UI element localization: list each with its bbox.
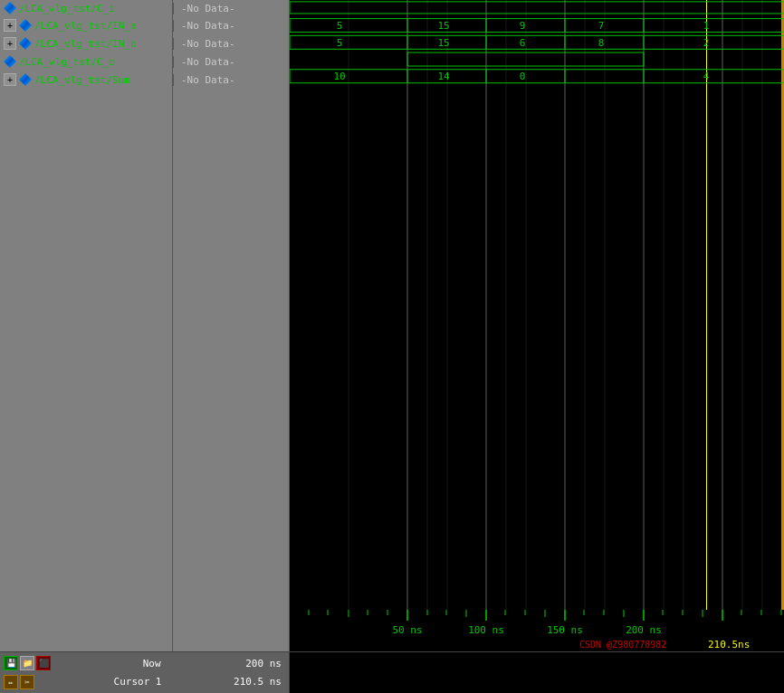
svg-rect-22 [290, 19, 784, 33]
signal-icon-inb [19, 37, 32, 50]
svg-text:10: 10 [333, 71, 345, 82]
signal-row-sum: + /LCA_vlg_tst/Sum [0, 71, 172, 89]
signal-name-inb: + /LCA_vlg_tst/IN_b [0, 37, 172, 50]
svg-text:2: 2 [703, 37, 710, 49]
icon-cursor1[interactable]: ✏ [4, 675, 18, 689]
waveform-svg: 5 15 9 7 1 5 15 6 8 2 [290, 0, 784, 610]
svg-text:100 ns: 100 ns [468, 624, 504, 636]
svg-text:9: 9 [520, 20, 526, 32]
status-bar: 💾 📁 ⬛ Now 200 ns ✏ ✂ Cursor 1 210.5 ns [0, 651, 784, 693]
signal-icon-co [4, 55, 16, 68]
waveform-canvas[interactable]: 5 15 9 7 1 5 15 6 8 2 [290, 0, 784, 610]
timeline-area: 50 ns 100 ns 150 ns 200 ns 210.5ns CSDN … [290, 610, 784, 651]
expand-btn-sum[interactable]: + [4, 73, 16, 86]
svg-text:14: 14 [437, 71, 449, 82]
icon-folder[interactable]: 📁 [20, 656, 34, 670]
svg-rect-43 [290, 70, 784, 83]
value-row-inb: -No Data- [173, 34, 289, 52]
svg-rect-42 [407, 52, 644, 66]
status-right-empty [290, 652, 784, 693]
signal-label-co: /LCA_vlg_tst/C_o [19, 56, 115, 68]
svg-text:CSDN @Z980778982: CSDN @Z980778982 [579, 640, 666, 650]
expand-btn-inb[interactable]: + [4, 37, 16, 50]
waveform-area: 5 15 9 7 1 5 15 6 8 2 [290, 0, 784, 651]
signal-label-inb: /LCA_vlg_tst/IN_b [34, 38, 137, 50]
svg-text:15: 15 [437, 37, 449, 49]
cursor-label: Cursor 1 [42, 676, 234, 688]
value-row-co: -No Data- [173, 52, 289, 71]
signal-label-sum: /LCA_vlg_tst/Sum [34, 74, 130, 86]
value-row-ci: -No Data- [173, 0, 289, 16]
svg-text:5: 5 [337, 37, 343, 49]
value-ci: -No Data- [173, 3, 289, 14]
svg-text:200 ns: 200 ns [626, 624, 662, 636]
signal-label-ina: /LCA_vlg_tst/IN_a [34, 20, 137, 32]
signal-icon-ina [19, 19, 32, 32]
value-inb: -No Data- [173, 38, 289, 50]
value-row-sum: -No Data- [173, 71, 289, 89]
signal-row-co: /LCA_vlg_tst/C_o [0, 52, 172, 71]
signal-panel: /LCA_vlg_tst/C_i + /LCA_vlg_tst/IN_a [0, 0, 290, 651]
svg-text:0: 0 [520, 71, 526, 82]
signal-row-ina: + /LCA_vlg_tst/IN_a [0, 16, 172, 34]
value-row-ina: -No Data- [173, 16, 289, 34]
value-co: -No Data- [173, 56, 289, 68]
svg-text:15: 15 [437, 20, 449, 32]
svg-text:7: 7 [598, 20, 605, 32]
status-left-panel: 💾 📁 ⬛ Now 200 ns ✏ ✂ Cursor 1 210.5 ns [0, 652, 290, 693]
signal-icon-ci [4, 2, 16, 14]
svg-text:6: 6 [520, 37, 526, 49]
signal-name-ci: /LCA_vlg_tst/C_i [0, 2, 172, 14]
signal-label-ci: /LCA_vlg_tst/C_i [19, 3, 115, 14]
expand-btn-ina[interactable]: + [4, 19, 16, 32]
main-area: /LCA_vlg_tst/C_i + /LCA_vlg_tst/IN_a [0, 0, 784, 651]
signal-row-ci: /LCA_vlg_tst/C_i [0, 0, 172, 16]
signal-name-co: /LCA_vlg_tst/C_o [0, 55, 172, 68]
signal-row-inb: + /LCA_vlg_tst/IN_b [0, 34, 172, 52]
signal-icon-sum [19, 73, 32, 86]
icon-stop[interactable]: ⬛ [36, 656, 51, 670]
value-ina: -No Data- [173, 20, 289, 32]
svg-rect-32 [290, 35, 784, 49]
svg-text:5: 5 [337, 20, 343, 32]
now-label: Now [58, 658, 245, 669]
svg-rect-21 [290, 2, 784, 14]
svg-text:150 ns: 150 ns [547, 624, 583, 636]
cursor-value: 210.5 ns [234, 676, 285, 688]
svg-text:8: 8 [598, 37, 605, 49]
signal-name-ina: + /LCA_vlg_tst/IN_a [0, 19, 172, 32]
svg-text:4: 4 [703, 71, 710, 82]
icon-save[interactable]: 💾 [4, 656, 18, 670]
svg-text:210.5ns: 210.5ns [708, 639, 750, 650]
status-row-now: 💾 📁 ⬛ Now 200 ns [4, 654, 285, 672]
signal-name-sum: + /LCA_vlg_tst/Sum [0, 73, 172, 86]
status-row-cursor: ✏ ✂ Cursor 1 210.5 ns [4, 673, 285, 691]
cursor-icons: ✏ ✂ [4, 675, 34, 689]
timeline-svg: 50 ns 100 ns 150 ns 200 ns 210.5ns CSDN … [290, 610, 784, 651]
svg-text:50 ns: 50 ns [392, 624, 422, 636]
value-sum: -No Data- [173, 74, 289, 86]
signal-values-column: -No Data- -No Data- -No Data- -No Data- … [172, 0, 289, 651]
status-icons: 💾 📁 ⬛ [4, 656, 51, 670]
signal-names-column: /LCA_vlg_tst/C_i + /LCA_vlg_tst/IN_a [0, 0, 172, 651]
now-value: 200 ns [245, 658, 285, 669]
icon-cursor2[interactable]: ✂ [20, 675, 34, 689]
svg-text:1: 1 [703, 20, 710, 32]
